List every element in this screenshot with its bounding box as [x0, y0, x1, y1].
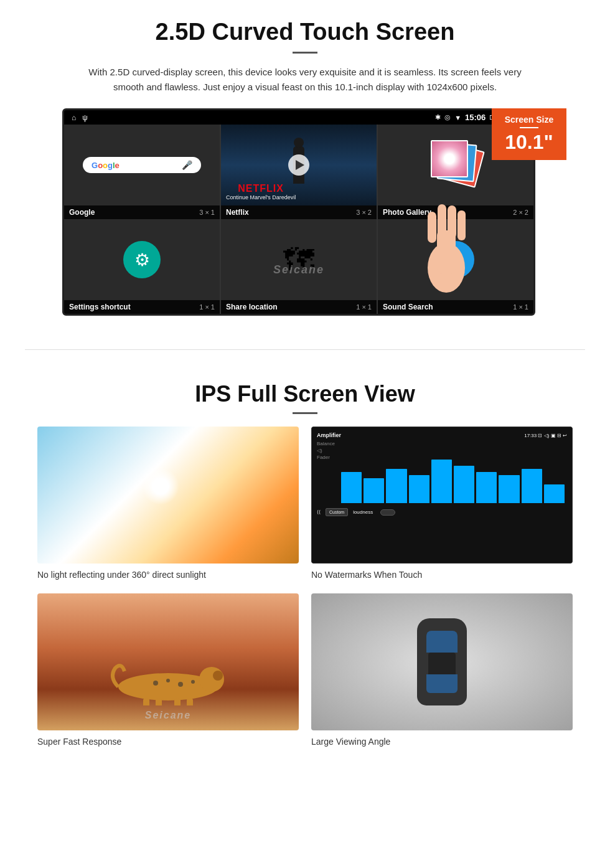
screen-size-badge: Screen Size 10.1" — [492, 108, 566, 160]
home-icon: ⌂ — [72, 113, 76, 122]
maps-app-size: 1 × 1 — [356, 303, 372, 311]
loudness-label: loudness — [353, 509, 373, 515]
svg-point-10 — [166, 679, 170, 682]
image-card-sunlight: No light reflecting under 360° direct su… — [37, 427, 299, 581]
netflix-logo-text: NETFLIX — [226, 183, 296, 194]
sun-rays — [142, 468, 179, 505]
google-app-size: 3 × 1 — [199, 209, 215, 216]
settings-app-size: 1 × 1 — [199, 303, 215, 311]
section2-title: IPS Full Screen View — [37, 381, 573, 407]
svg-rect-16 — [187, 698, 193, 705]
settings-label: Settings shortcut 1 × 1 — [64, 300, 220, 314]
amp-title: Amplifier — [317, 432, 341, 438]
svg-point-9 — [153, 681, 158, 686]
google-content: Google 🎤 — [64, 125, 220, 205]
bluetooth-icon: ✱ — [435, 113, 441, 121]
amp-bar-6 — [454, 466, 474, 503]
app-cell-settings[interactable]: ⚙ Settings shortcut 1 × 1 — [64, 219, 220, 314]
app-cell-netflix[interactable]: NETFLIX Continue Marvel's Daredevil Netf… — [221, 125, 377, 219]
google-label: Google 3 × 1 — [64, 205, 220, 219]
svg-point-8 — [213, 671, 223, 681]
app-cell-google[interactable]: Google 🎤 Google 3 × 1 — [64, 125, 220, 219]
play-button[interactable] — [288, 154, 309, 176]
play-triangle-icon — [296, 160, 304, 170]
car-visual — [311, 593, 573, 730]
maps-app-name: Share location — [226, 303, 278, 311]
amp-bar-9 — [522, 469, 542, 503]
status-time: 15:06 — [465, 113, 486, 122]
sunlight-visual — [37, 427, 299, 564]
section1-description: With 2.5D curved-display screen, this de… — [87, 65, 523, 95]
wifi-icon: ▼ — [454, 114, 461, 121]
car-roof — [428, 653, 456, 677]
location-icon: ◎ — [444, 113, 451, 121]
gallery-app-size: 2 × 2 — [513, 209, 528, 216]
fader-label: Fader — [317, 455, 330, 460]
music-app-size: 1 × 1 — [513, 303, 528, 311]
cheetah-body — [106, 656, 230, 705]
section-ips-screen: IPS Full Screen View No light reflecting… — [0, 369, 610, 767]
gallery-label: Photo Gallery 2 × 2 — [378, 205, 533, 219]
sunlight-image — [37, 427, 299, 564]
amp-bar-10 — [544, 484, 565, 503]
image-card-car: Large Viewing Angle — [311, 593, 573, 748]
car-top-view — [411, 612, 473, 712]
badge-title: Screen Size — [497, 115, 561, 125]
section-curved-screen: 2.5D Curved Touch Screen With 2.5D curve… — [0, 0, 610, 331]
music-app-name: Sound Search — [383, 303, 433, 311]
image-grid: No light reflecting under 360° direct su… — [37, 427, 573, 748]
custom-button[interactable]: Custom — [326, 508, 348, 516]
netflix-subtitle: Continue Marvel's Daredevil — [226, 194, 296, 200]
settings-icon-circle: ⚙ — [123, 241, 161, 278]
music-note-icon: ♪ — [451, 250, 460, 270]
amp-bar-2 — [364, 478, 384, 503]
netflix-overlay: NETFLIX Continue Marvel's Daredevil — [226, 183, 296, 200]
netflix-label: Netflix 3 × 2 — [221, 205, 377, 219]
gallery-app-name: Photo Gallery — [383, 208, 431, 217]
gallery-stack — [431, 140, 481, 190]
watermark-cheetah: Seicane — [145, 710, 191, 721]
image-card-cheetah: Seicane Super Fast Response — [37, 593, 299, 748]
cheetah-image: Seicane — [37, 593, 299, 730]
gear-icon: ⚙ — [134, 250, 150, 270]
google-search-bar[interactable]: Google 🎤 — [83, 157, 201, 173]
svg-rect-14 — [156, 698, 162, 705]
car-caption: Large Viewing Angle — [311, 735, 573, 748]
volume-label: ◁) — [317, 448, 322, 453]
svg-point-12 — [191, 680, 195, 684]
toggle-switch[interactable] — [380, 509, 395, 516]
google-app-name: Google — [69, 208, 95, 217]
device-screen: ⌂ ψ ✱ ◎ ▼ 15:06 ⊡ ◁) ▣ ▭ — [62, 108, 535, 316]
app-cell-music[interactable]: ♪ Sound Search 1 × 1 — [378, 219, 533, 314]
maps-content: 🗺 — [221, 219, 377, 300]
cheetah-svg — [106, 656, 230, 705]
amplifier-visual: Amplifier 17:33 ⊡ ◁) ▣ ⊟ ↩ Balance ◁) Fa… — [311, 427, 573, 564]
netflix-content: NETFLIX Continue Marvel's Daredevil — [221, 125, 377, 205]
usb-icon: ψ — [82, 113, 88, 122]
mic-icon: 🎤 — [182, 160, 192, 170]
image-card-amplifier: Amplifier 17:33 ⊡ ◁) ▣ ⊟ ↩ Balance ◁) Fa… — [311, 427, 573, 581]
status-left-icons: ⌂ ψ — [72, 113, 88, 122]
amp-bars-container — [339, 441, 567, 503]
device-wrapper: Screen Size 10.1" ⌂ ψ ✱ ◎ ▼ 15:06 ⊡ ◁) ▣ — [62, 108, 548, 316]
section1-title: 2.5D Curved Touch Screen — [37, 19, 573, 45]
netflix-app-name: Netflix — [226, 208, 249, 217]
balance-label: Balance — [317, 441, 335, 446]
amp-bar-5 — [431, 460, 452, 503]
amp-bar-4 — [409, 475, 429, 503]
amp-bar-7 — [476, 472, 497, 503]
flower-photo — [431, 140, 468, 177]
amp-bar-1 — [341, 472, 362, 503]
cheetah-caption: Super Fast Response — [37, 735, 299, 748]
app-grid-top: Google 🎤 Google 3 × 1 — [64, 125, 533, 219]
settings-content: ⚙ — [64, 219, 220, 300]
amp-status: 17:33 ⊡ ◁) ▣ ⊟ ↩ — [524, 433, 567, 438]
svg-point-11 — [178, 682, 183, 687]
amp-header: Amplifier 17:33 ⊡ ◁) ▣ ⊟ ↩ — [317, 432, 567, 438]
car-windshield — [426, 631, 458, 653]
netflix-app-size: 3 × 2 — [356, 209, 372, 216]
app-grid-bottom: ⚙ Settings shortcut 1 × 1 🗺 Share locati… — [64, 219, 533, 314]
amplifier-caption: No Watermarks When Touch — [311, 568, 573, 581]
watermark-1: Seicane — [273, 263, 324, 276]
settings-app-name: Settings shortcut — [69, 303, 131, 311]
